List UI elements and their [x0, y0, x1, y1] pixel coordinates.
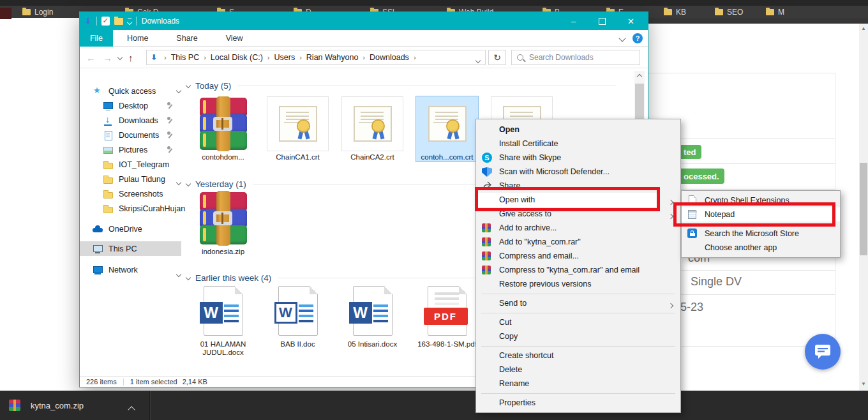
collapse-group-icon[interactable] [177, 176, 181, 187]
download-menu-icon[interactable] [129, 403, 134, 415]
breadcrumb-users[interactable]: Users [274, 53, 296, 62]
microsoft-store-icon [687, 229, 697, 238]
scroll-up-icon[interactable] [634, 72, 645, 81]
refresh-button[interactable]: ↻ [488, 50, 506, 65]
breadcrumb[interactable]: ⬇ › This PC › Local Disk (C:) › Users › … [146, 50, 486, 65]
breadcrumb-downloads[interactable]: Downloads [370, 53, 409, 62]
file-tile-bab-ii[interactable]: W BAB II.doc [267, 283, 329, 349]
network-icon [93, 265, 103, 275]
menu-item-scan-with-defender[interactable]: Scan with Microsoft Defender... [476, 165, 680, 179]
winrar-icon [482, 223, 491, 232]
scroll-up-icon[interactable]: ▲ [861, 26, 866, 31]
title-bar[interactable]: ⬇ Downloads – ✕ [80, 12, 648, 30]
menu-item-add-to-archive[interactable]: Add to archive... [476, 221, 680, 235]
file-tile-pdf[interactable]: PDF 163-498-1-SM.pdf [416, 283, 478, 349]
tab-view[interactable]: View [212, 30, 257, 47]
sidebar-item-quick-access[interactable]: Quick access [80, 84, 181, 98]
sidebar-item-pictures[interactable]: Pictures [80, 142, 181, 157]
tab-share[interactable]: Share [162, 30, 211, 47]
page-scrollbar-thumb[interactable] [860, 163, 867, 255]
chat-icon [814, 344, 831, 359]
menu-item-copy[interactable]: Copy [476, 329, 680, 343]
menu-item-compress-to-rar-and-email[interactable]: Compress to "kytna_com.rar" and email [476, 263, 680, 277]
tab-file[interactable]: File [80, 30, 113, 47]
forward-button[interactable]: → [103, 51, 112, 64]
menu-item-share-with-skype[interactable]: S Share with Skype [476, 151, 680, 165]
collapse-group-icon[interactable] [177, 267, 181, 279]
file-tile-chainca2[interactable]: ChainCA2.crt [341, 96, 403, 161]
menu-item-open-with[interactable]: Open with [476, 193, 680, 207]
menu-item-add-to-rar[interactable]: Add to "kytna_com.rar" [476, 235, 680, 249]
menu-item-create-shortcut[interactable]: Create shortcut [476, 349, 680, 363]
up-button[interactable]: ↑ [128, 51, 133, 64]
sidebar-item-network[interactable]: Network [80, 262, 181, 277]
menu-item-send-to[interactable]: Send to [476, 296, 680, 310]
file-tile-intisari[interactable]: W 05 Intisari.docx [341, 283, 403, 349]
onedrive-icon [93, 224, 103, 234]
new-folder-icon[interactable] [114, 18, 123, 25]
minimize-button[interactable]: – [559, 12, 588, 30]
breadcrumb-user[interactable]: Rian Wahyono [306, 53, 359, 62]
sidebar-item-skripsi[interactable]: SkripsiCurahHujan [80, 201, 181, 216]
tab-home[interactable]: Home [113, 30, 162, 47]
browser-chrome-edge [0, 0, 868, 6]
file-tile-halaman-judul[interactable]: W 01 HALAMAN JUDUL.docx [192, 283, 254, 357]
folder-icon [103, 204, 114, 214]
bookmark-folder[interactable]: KB [664, 7, 686, 17]
sidebar-item-onedrive[interactable]: OneDrive [80, 221, 181, 236]
menu-item-restore-previous-versions[interactable]: Restore previous versions [476, 277, 680, 291]
sidebar-item-desktop[interactable]: Desktop [80, 98, 181, 113]
bookmark-folder[interactable]: Login [22, 7, 53, 17]
menu-item-delete[interactable]: Delete [476, 363, 680, 377]
download-shelf: kytna_com.zip Show all ✕ [0, 391, 868, 420]
close-button[interactable]: ✕ [617, 12, 645, 30]
submenu-item-notepad[interactable]: Notepad [682, 207, 840, 221]
file-tile-contohdom[interactable]: contohdom... [192, 96, 254, 161]
pdf-document-icon: PDF [428, 286, 467, 336]
expand-ribbon-icon[interactable] [618, 34, 625, 41]
collapse-group-icon[interactable] [177, 84, 181, 95]
customize-toolbar-icon[interactable] [128, 19, 131, 24]
file-tile-chainca1[interactable]: ChainCA1.crt [267, 96, 329, 161]
menu-item-cut[interactable]: Cut [476, 315, 680, 329]
menu-item-give-access-to[interactable]: Give access to [476, 207, 680, 221]
open-with-submenu: Crypto Shell Extensions Notepad Search t… [681, 190, 841, 258]
address-dropdown-icon[interactable] [476, 56, 480, 64]
menu-item-rename[interactable]: Rename [476, 377, 680, 391]
page-scrollbar[interactable]: ▲ ▼ [859, 24, 868, 391]
bookmark-folder[interactable]: M [766, 7, 784, 17]
menu-item-open[interactable]: Open [476, 123, 680, 137]
breadcrumb-this-pc[interactable]: This PC [171, 53, 199, 62]
group-header-today[interactable]: Today (5) [186, 80, 616, 91]
sidebar-item-iot-telegram[interactable]: IOT_Telegram [80, 157, 181, 172]
submenu-item-choose-another-app[interactable]: Choose another app [682, 241, 840, 255]
chat-bubble-button[interactable] [805, 334, 841, 370]
submenu-item-crypto-shell-extensions[interactable]: Crypto Shell Extensions [682, 193, 840, 207]
maximize-button[interactable] [588, 12, 617, 30]
bookmark-folder[interactable]: SEO [715, 7, 743, 17]
file-tile-indonesia-zip[interactable]: indonesia.zip [192, 191, 254, 256]
menu-item-compress-and-email[interactable]: Compress and email... [476, 249, 680, 263]
menu-item-properties[interactable]: Properties [476, 396, 680, 410]
properties-check-icon[interactable] [101, 17, 110, 26]
back-button[interactable]: ← [86, 51, 96, 64]
sidebar-item-this-pc[interactable]: This PC [80, 241, 181, 256]
menu-item-share[interactable]: Share [476, 179, 680, 193]
file-tile-selected-cert[interactable]: contoh...com.crt [416, 96, 478, 161]
folder-icon [103, 160, 114, 170]
submenu-item-search-microsoft-store[interactable]: Search the Microsoft Store [682, 227, 840, 241]
help-icon[interactable]: ? [632, 33, 643, 43]
recent-locations-icon[interactable] [118, 51, 122, 64]
download-item[interactable]: kytna_com.zip [0, 391, 149, 420]
scroll-down-icon[interactable]: ▼ [861, 381, 866, 387]
sidebar-item-pulau-tidung[interactable]: Pulau Tidung [80, 172, 181, 186]
menu-item-install-certificate[interactable]: Install Certificate [476, 137, 680, 151]
browser-extension-icon[interactable] [0, 8, 11, 19]
search-input[interactable] [528, 52, 626, 63]
breadcrumb-local-disk[interactable]: Local Disk (C:) [211, 53, 263, 62]
sidebar-item-downloads[interactable]: Downloads [80, 113, 181, 128]
certificate-icon [428, 106, 467, 142]
sidebar-item-screenshots[interactable]: Screenshots [80, 186, 181, 201]
word-doc-icon: W [278, 286, 318, 336]
sidebar-item-documents[interactable]: Documents [80, 128, 181, 142]
